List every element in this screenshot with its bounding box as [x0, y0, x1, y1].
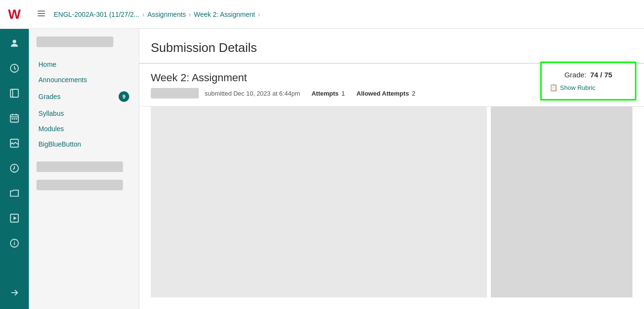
left-nav: Home Announcements Grades 9 Syllabus Mod… — [29, 29, 139, 309]
grades-badge: 9 — [119, 91, 129, 102]
main-area: ENGL-2002A-301 (11/27/2... › Assignments… — [29, 0, 644, 309]
top-header: ENGL-2002A-301 (11/27/2... › Assignments… — [29, 0, 644, 29]
show-rubric-button[interactable]: 📋 Show Rubric — [549, 84, 595, 91]
grade-row: Grade: 74 / 75 — [549, 71, 627, 79]
svg-point-17 — [14, 241, 15, 242]
inbox-icon[interactable] — [0, 131, 29, 156]
sidebar-item-modules[interactable]: Modules — [29, 121, 139, 136]
book-icon[interactable] — [0, 81, 29, 106]
profile-icon[interactable] — [0, 31, 29, 56]
breadcrumb-course-link[interactable]: ENGL-2002A-301 (11/27/2... — [54, 11, 139, 18]
svg-point-0 — [12, 40, 16, 43]
show-rubric-label: Show Rubric — [560, 84, 595, 91]
content-area: Home Announcements Grades 9 Syllabus Mod… — [29, 29, 644, 309]
breadcrumb-assignment-link[interactable]: Week 2: Assignment — [194, 11, 255, 18]
svg-rect-2 — [11, 89, 19, 98]
svg-rect-10 — [16, 118, 17, 120]
breadcrumb-sep-3: › — [258, 11, 260, 18]
submitted-text: submitted Dec 10, 2023 at 6:44pm — [205, 90, 300, 97]
breadcrumb-sep-2: › — [189, 11, 191, 18]
sidebar: W — [0, 0, 29, 309]
expand-sidebar-button[interactable] — [0, 280, 29, 305]
grades-label: Grades — [38, 93, 61, 100]
breadcrumb: ENGL-2002A-301 (11/27/2... › Assignments… — [54, 11, 263, 18]
attempts-value: 1 — [341, 90, 345, 97]
sidebar-item-bigbluebutton[interactable]: BigBlueButton — [29, 136, 139, 152]
calendar-icon[interactable] — [0, 106, 29, 131]
left-nav-bottom-placeholder-2 — [36, 180, 123, 190]
breadcrumb-assignments-link[interactable]: Assignments — [147, 11, 186, 18]
svg-rect-8 — [12, 118, 13, 120]
submission-header: Submission Details — [139, 29, 644, 64]
submission-body — [139, 107, 644, 309]
info-icon[interactable] — [0, 231, 29, 256]
sidebar-item-announcements[interactable]: Announcements — [29, 72, 139, 87]
left-nav-header-placeholder — [36, 37, 113, 47]
folder-icon[interactable] — [0, 181, 29, 206]
sidebar-item-home[interactable]: Home — [29, 57, 139, 72]
submission-document-placeholder — [151, 107, 487, 297]
avatar-placeholder — [151, 88, 199, 99]
svg-marker-14 — [13, 216, 16, 220]
main-content: Grade: 74 / 75 📋 Show Rubric Submission … — [139, 29, 644, 309]
allowed-attempts-label: Allowed Attempts — [356, 90, 409, 97]
grade-card: Grade: 74 / 75 📋 Show Rubric — [540, 62, 636, 100]
sidebar-item-syllabus[interactable]: Syllabus — [29, 106, 139, 121]
sidebar-icons — [0, 29, 29, 280]
page-title: Submission Details — [151, 40, 632, 55]
media-icon[interactable] — [0, 206, 29, 231]
sidebar-item-grades[interactable]: Grades 9 — [29, 87, 139, 106]
svg-rect-9 — [14, 118, 15, 120]
submission-sidebar-placeholder — [491, 107, 632, 297]
clock-icon[interactable] — [0, 56, 29, 81]
grade-value: 74 / 75 — [590, 71, 612, 79]
grade-label: Grade: — [564, 71, 586, 79]
hamburger-button[interactable] — [36, 9, 46, 20]
rubric-icon: 📋 — [549, 84, 558, 91]
sidebar-logo: W — [0, 0, 29, 29]
breadcrumb-sep-1: › — [142, 11, 145, 18]
left-nav-bottom-placeholder-1 — [36, 161, 123, 172]
allowed-attempts-value: 2 — [412, 90, 415, 97]
history-icon[interactable] — [0, 156, 29, 181]
attempts-label: Attempts — [312, 90, 339, 97]
